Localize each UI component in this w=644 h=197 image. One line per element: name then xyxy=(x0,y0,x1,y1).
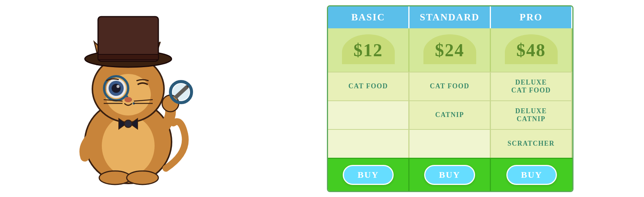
basic-buy-cell: BUY xyxy=(328,158,409,191)
standard-header: STANDARD xyxy=(409,6,491,28)
basic-header: BASIC xyxy=(328,6,409,28)
standard-buy-cell: BUY xyxy=(409,158,491,191)
svg-point-25 xyxy=(124,120,132,128)
standard-buy-button[interactable]: BUY xyxy=(424,165,475,185)
pro-header: PRO xyxy=(491,6,572,28)
standard-feature-2: CATNIP xyxy=(409,100,491,129)
pro-price-cell: $48 xyxy=(491,28,572,72)
svg-point-30 xyxy=(99,171,131,185)
basic-buy-button[interactable]: BUY xyxy=(343,165,394,185)
basic-price-cell: $12 xyxy=(328,28,409,72)
basic-price-bubble: $12 xyxy=(342,34,395,64)
standard-price: $24 xyxy=(435,40,465,60)
standard-feature-1: CAT FOOD xyxy=(409,72,491,100)
svg-point-29 xyxy=(173,84,189,100)
basic-feature-1: CAT FOOD xyxy=(328,72,409,100)
svg-point-16 xyxy=(117,85,120,88)
standard-feature-3 xyxy=(409,129,491,158)
svg-rect-11 xyxy=(98,54,158,60)
standard-price-bubble: $24 xyxy=(423,34,476,64)
cat-illustration xyxy=(49,6,207,191)
pro-buy-button[interactable]: BUY xyxy=(506,165,557,185)
pro-feature-1-text: DELUXECAT FOOD xyxy=(511,78,551,94)
pro-price-bubble: $48 xyxy=(505,34,558,64)
basic-feature-3 xyxy=(328,129,409,158)
pro-feature-1: DELUXECAT FOOD xyxy=(491,72,572,100)
pro-feature-2: DELUXECATNIP xyxy=(491,100,572,129)
svg-point-20 xyxy=(124,97,132,102)
standard-price-cell: $24 xyxy=(409,28,491,72)
pricing-section: BASIC STANDARD PRO $12 $24 $48 CAT FOOD … xyxy=(256,0,644,197)
pro-feature-2-text: DELUXECATNIP xyxy=(515,107,547,123)
pro-price: $48 xyxy=(517,40,546,60)
svg-point-31 xyxy=(127,171,158,185)
basic-feature-2 xyxy=(328,100,409,129)
basic-price: $12 xyxy=(354,40,383,60)
pro-buy-cell: BUY xyxy=(491,158,572,191)
svg-point-15 xyxy=(112,84,121,93)
pricing-table: BASIC STANDARD PRO $12 $24 $48 CAT FOOD … xyxy=(327,5,573,192)
cat-section xyxy=(0,0,256,197)
pro-feature-3: SCRATCHER xyxy=(491,129,572,158)
